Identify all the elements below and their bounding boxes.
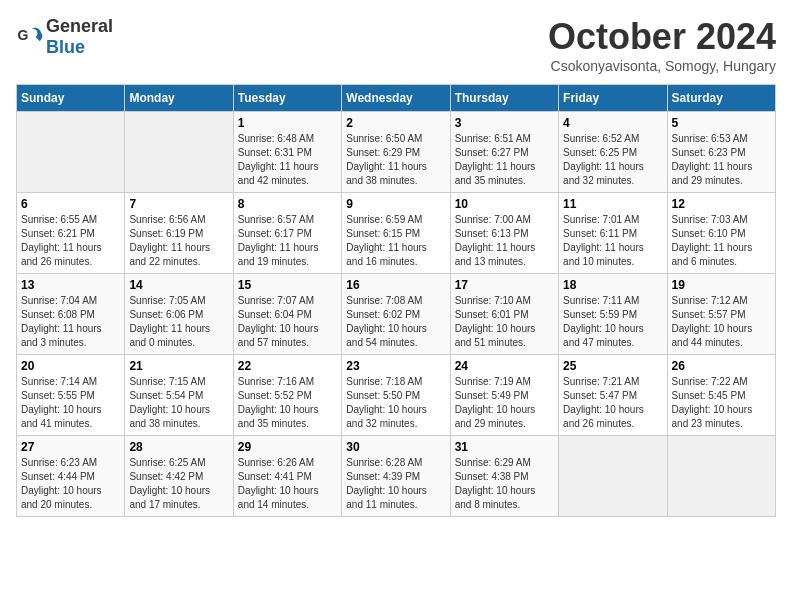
calendar-cell: 16Sunrise: 7:08 AMSunset: 6:02 PMDayligh…: [342, 274, 450, 355]
weekday-header-friday: Friday: [559, 85, 667, 112]
calendar-cell: 2Sunrise: 6:50 AMSunset: 6:29 PMDaylight…: [342, 112, 450, 193]
weekday-header-sunday: Sunday: [17, 85, 125, 112]
calendar-cell: 22Sunrise: 7:16 AMSunset: 5:52 PMDayligh…: [233, 355, 341, 436]
calendar-cell: [125, 112, 233, 193]
calendar-cell: 8Sunrise: 6:57 AMSunset: 6:17 PMDaylight…: [233, 193, 341, 274]
calendar-cell: 31Sunrise: 6:29 AMSunset: 4:38 PMDayligh…: [450, 436, 558, 517]
day-number: 28: [129, 440, 228, 454]
day-info: Sunrise: 6:56 AMSunset: 6:19 PMDaylight:…: [129, 213, 228, 269]
day-number: 23: [346, 359, 445, 373]
day-number: 22: [238, 359, 337, 373]
calendar-cell: [17, 112, 125, 193]
calendar-cell: 21Sunrise: 7:15 AMSunset: 5:54 PMDayligh…: [125, 355, 233, 436]
calendar-cell: 15Sunrise: 7:07 AMSunset: 6:04 PMDayligh…: [233, 274, 341, 355]
day-number: 21: [129, 359, 228, 373]
day-number: 6: [21, 197, 120, 211]
weekday-header-saturday: Saturday: [667, 85, 775, 112]
day-number: 10: [455, 197, 554, 211]
weekday-header-wednesday: Wednesday: [342, 85, 450, 112]
day-info: Sunrise: 6:26 AMSunset: 4:41 PMDaylight:…: [238, 456, 337, 512]
calendar-cell: 30Sunrise: 6:28 AMSunset: 4:39 PMDayligh…: [342, 436, 450, 517]
page-header: G General Blue October 2024 Csokonyaviso…: [16, 16, 776, 74]
calendar-cell: 26Sunrise: 7:22 AMSunset: 5:45 PMDayligh…: [667, 355, 775, 436]
logo-general-text: General: [46, 16, 113, 36]
day-info: Sunrise: 6:50 AMSunset: 6:29 PMDaylight:…: [346, 132, 445, 188]
calendar-cell: 5Sunrise: 6:53 AMSunset: 6:23 PMDaylight…: [667, 112, 775, 193]
title-section: October 2024 Csokonyavisonta, Somogy, Hu…: [548, 16, 776, 74]
day-info: Sunrise: 7:15 AMSunset: 5:54 PMDaylight:…: [129, 375, 228, 431]
calendar-cell: [667, 436, 775, 517]
day-number: 15: [238, 278, 337, 292]
day-info: Sunrise: 6:59 AMSunset: 6:15 PMDaylight:…: [346, 213, 445, 269]
day-number: 17: [455, 278, 554, 292]
day-info: Sunrise: 7:16 AMSunset: 5:52 PMDaylight:…: [238, 375, 337, 431]
day-info: Sunrise: 7:04 AMSunset: 6:08 PMDaylight:…: [21, 294, 120, 350]
calendar-cell: 12Sunrise: 7:03 AMSunset: 6:10 PMDayligh…: [667, 193, 775, 274]
day-info: Sunrise: 6:53 AMSunset: 6:23 PMDaylight:…: [672, 132, 771, 188]
calendar-cell: 4Sunrise: 6:52 AMSunset: 6:25 PMDaylight…: [559, 112, 667, 193]
day-number: 31: [455, 440, 554, 454]
weekday-header-monday: Monday: [125, 85, 233, 112]
day-number: 7: [129, 197, 228, 211]
calendar-cell: 1Sunrise: 6:48 AMSunset: 6:31 PMDaylight…: [233, 112, 341, 193]
calendar-cell: 29Sunrise: 6:26 AMSunset: 4:41 PMDayligh…: [233, 436, 341, 517]
calendar-cell: 24Sunrise: 7:19 AMSunset: 5:49 PMDayligh…: [450, 355, 558, 436]
logo-blue-text: Blue: [46, 37, 85, 57]
day-info: Sunrise: 6:29 AMSunset: 4:38 PMDaylight:…: [455, 456, 554, 512]
day-info: Sunrise: 6:48 AMSunset: 6:31 PMDaylight:…: [238, 132, 337, 188]
day-info: Sunrise: 6:52 AMSunset: 6:25 PMDaylight:…: [563, 132, 662, 188]
day-info: Sunrise: 7:14 AMSunset: 5:55 PMDaylight:…: [21, 375, 120, 431]
day-number: 1: [238, 116, 337, 130]
day-info: Sunrise: 6:57 AMSunset: 6:17 PMDaylight:…: [238, 213, 337, 269]
day-number: 5: [672, 116, 771, 130]
day-number: 19: [672, 278, 771, 292]
calendar-cell: 19Sunrise: 7:12 AMSunset: 5:57 PMDayligh…: [667, 274, 775, 355]
calendar-cell: 28Sunrise: 6:25 AMSunset: 4:42 PMDayligh…: [125, 436, 233, 517]
calendar-cell: 20Sunrise: 7:14 AMSunset: 5:55 PMDayligh…: [17, 355, 125, 436]
day-number: 24: [455, 359, 554, 373]
day-number: 27: [21, 440, 120, 454]
day-info: Sunrise: 7:00 AMSunset: 6:13 PMDaylight:…: [455, 213, 554, 269]
calendar-cell: 17Sunrise: 7:10 AMSunset: 6:01 PMDayligh…: [450, 274, 558, 355]
svg-text:G: G: [17, 27, 28, 43]
day-number: 14: [129, 278, 228, 292]
calendar-cell: 25Sunrise: 7:21 AMSunset: 5:47 PMDayligh…: [559, 355, 667, 436]
calendar-cell: [559, 436, 667, 517]
day-info: Sunrise: 7:05 AMSunset: 6:06 PMDaylight:…: [129, 294, 228, 350]
weekday-header-thursday: Thursday: [450, 85, 558, 112]
calendar-cell: 13Sunrise: 7:04 AMSunset: 6:08 PMDayligh…: [17, 274, 125, 355]
day-info: Sunrise: 7:22 AMSunset: 5:45 PMDaylight:…: [672, 375, 771, 431]
calendar-cell: 27Sunrise: 6:23 AMSunset: 4:44 PMDayligh…: [17, 436, 125, 517]
day-number: 25: [563, 359, 662, 373]
day-number: 8: [238, 197, 337, 211]
day-info: Sunrise: 7:18 AMSunset: 5:50 PMDaylight:…: [346, 375, 445, 431]
day-info: Sunrise: 6:25 AMSunset: 4:42 PMDaylight:…: [129, 456, 228, 512]
calendar-week-row: 1Sunrise: 6:48 AMSunset: 6:31 PMDaylight…: [17, 112, 776, 193]
day-number: 16: [346, 278, 445, 292]
calendar-cell: 3Sunrise: 6:51 AMSunset: 6:27 PMDaylight…: [450, 112, 558, 193]
day-number: 11: [563, 197, 662, 211]
day-info: Sunrise: 7:01 AMSunset: 6:11 PMDaylight:…: [563, 213, 662, 269]
day-info: Sunrise: 7:21 AMSunset: 5:47 PMDaylight:…: [563, 375, 662, 431]
day-number: 3: [455, 116, 554, 130]
weekday-header-tuesday: Tuesday: [233, 85, 341, 112]
day-number: 26: [672, 359, 771, 373]
day-info: Sunrise: 7:03 AMSunset: 6:10 PMDaylight:…: [672, 213, 771, 269]
day-number: 13: [21, 278, 120, 292]
day-number: 12: [672, 197, 771, 211]
day-info: Sunrise: 7:07 AMSunset: 6:04 PMDaylight:…: [238, 294, 337, 350]
logo-icon: G: [16, 23, 44, 51]
logo: G General Blue: [16, 16, 113, 58]
day-info: Sunrise: 7:08 AMSunset: 6:02 PMDaylight:…: [346, 294, 445, 350]
day-number: 2: [346, 116, 445, 130]
weekday-header-row: SundayMondayTuesdayWednesdayThursdayFrid…: [17, 85, 776, 112]
calendar-cell: 6Sunrise: 6:55 AMSunset: 6:21 PMDaylight…: [17, 193, 125, 274]
day-number: 30: [346, 440, 445, 454]
day-number: 29: [238, 440, 337, 454]
calendar-table: SundayMondayTuesdayWednesdayThursdayFrid…: [16, 84, 776, 517]
calendar-week-row: 20Sunrise: 7:14 AMSunset: 5:55 PMDayligh…: [17, 355, 776, 436]
calendar-cell: 7Sunrise: 6:56 AMSunset: 6:19 PMDaylight…: [125, 193, 233, 274]
calendar-cell: 11Sunrise: 7:01 AMSunset: 6:11 PMDayligh…: [559, 193, 667, 274]
day-info: Sunrise: 7:11 AMSunset: 5:59 PMDaylight:…: [563, 294, 662, 350]
calendar-cell: 23Sunrise: 7:18 AMSunset: 5:50 PMDayligh…: [342, 355, 450, 436]
